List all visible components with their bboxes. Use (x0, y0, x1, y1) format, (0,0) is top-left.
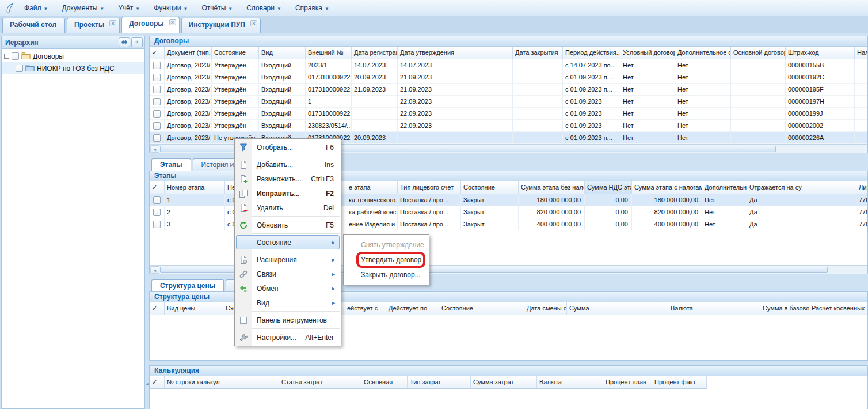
column-header-Лице[interactable]: Лице (856, 181, 868, 194)
menu-item-edit[interactable]: Исправить...F2 (235, 186, 341, 200)
column-header-Действует по[interactable]: Действует по (386, 302, 439, 315)
menubar-item-3[interactable]: Функции▼ (148, 2, 193, 14)
tab-Инструкции ПУП[interactable]: Инструкции ПУП× (181, 18, 261, 33)
column-header-Сумма НДС этапа[interactable]: Сумма НДС этапа (585, 181, 632, 194)
search-icon[interactable] (119, 37, 130, 47)
table-row[interactable]: Договор, 2023/...УтверждёнВходящий2023/1… (150, 59, 867, 71)
menu-item-filter[interactable]: Отобрать...F6 (235, 140, 341, 154)
row-checkbox[interactable] (153, 209, 161, 216)
menu-item-state[interactable]: Состояние► (235, 235, 341, 249)
column-header-Вид[interactable]: Вид (259, 47, 306, 59)
close-tab-icon[interactable]: × (109, 20, 116, 26)
column-header-Внешний №[interactable]: Внешний № (306, 47, 352, 59)
column-header-Отражается на су[interactable]: Отражается на су (747, 181, 856, 194)
tree-checkbox[interactable] (16, 65, 23, 72)
column-header-Основная[interactable]: Основная (361, 376, 408, 389)
column-header-Расчёт косвенных[interactable]: Расчёт косвенных (809, 302, 868, 315)
menu-item-settings[interactable]: Настройки...Alt+Enter (235, 330, 341, 344)
column-header-Состояние[interactable]: Состояние (212, 47, 259, 59)
column-header-Дата закрытия[interactable]: Дата закрытия (513, 47, 563, 59)
table-row[interactable]: Договор, 2023/...УтверждёнВходящий017310… (150, 71, 867, 84)
menubar-item-1[interactable]: Документы▼ (56, 2, 110, 14)
table-row[interactable]: Договор, 2023/...УтверждёнВходящий017310… (150, 84, 867, 96)
splitter-collapse-icon[interactable]: ◄ (145, 382, 149, 386)
column-header-Документ (тип, №[interactable]: Документ (тип, № (165, 47, 212, 59)
column-header-Процент план[interactable]: Процент план (603, 376, 652, 389)
row-checkbox[interactable] (153, 98, 161, 105)
column-header-Сумма этапа с налогами[interactable]: Сумма этапа с налогами (632, 181, 702, 194)
row-checkbox[interactable] (153, 221, 161, 228)
column-header-Нало[interactable]: Нало (855, 47, 868, 59)
column-header-Состояние[interactable]: Состояние (461, 181, 519, 194)
column-header-✓[interactable]: ✓ (150, 181, 165, 194)
tab-Проекты[interactable]: Проекты× (67, 18, 120, 33)
subtab-Этапы[interactable]: Этапы (151, 158, 191, 171)
panel-splitter[interactable]: ◄ (145, 33, 149, 409)
column-header-Сумма[interactable]: Сумма (567, 302, 668, 315)
column-header-Процент факт[interactable]: Процент факт (652, 376, 707, 389)
column-header-Состояние[interactable]: Состояние (439, 302, 524, 315)
tab-Договоры[interactable]: Договоры× (121, 17, 179, 33)
tree-node-contracts[interactable]: − Договоры (2, 50, 144, 62)
menubar-item-0[interactable]: Файл▼ (18, 2, 54, 14)
menu-item-delete[interactable]: УдалитьDel (235, 200, 341, 215)
column-header-✓[interactable]: ✓ (150, 302, 165, 315)
tree-node-niokr[interactable]: НИОКР по ГОЗ без НДС (2, 62, 144, 74)
row-checkbox[interactable] (153, 62, 161, 69)
menu-item-add[interactable]: Добавить...Ins (235, 157, 341, 172)
column-header-Сумма этапа без налогов[interactable]: Сумма этапа без налогов (519, 181, 585, 194)
column-header-№ строки калькул[interactable]: № строки калькул (165, 376, 279, 389)
close-tab-icon[interactable]: × (250, 20, 257, 26)
column-header-Сумма в базовой в[interactable]: Сумма в базовой в (760, 302, 809, 315)
menubar-item-5[interactable]: Словари▼ (241, 2, 287, 14)
table-row[interactable]: Договор, 2023/...УтверждёнВходящий122.09… (150, 96, 867, 108)
column-header-Вид цены[interactable]: Вид цены (165, 302, 223, 315)
column-header-Дата смены состоя[interactable]: Дата смены состоя (524, 302, 567, 315)
menu-item-links[interactable]: Связи► (235, 267, 341, 281)
collapse-node-icon[interactable]: − (4, 54, 9, 59)
column-header-Штрих-код[interactable]: Штрих-код (786, 47, 855, 59)
table-row[interactable]: Договор, 2023/...УтверждёнВходящий230823… (150, 120, 867, 132)
menu-item-extensions[interactable]: Расширения► (235, 252, 341, 267)
row-checkbox[interactable] (153, 196, 161, 204)
column-header-Дата утверждения[interactable]: Дата утверждения (398, 47, 513, 59)
column-header-Дополнительное с[interactable]: Дополнительное с (675, 47, 731, 59)
column-header-Статья затрат[interactable]: Статья затрат (279, 376, 361, 389)
scroll-left-icon[interactable]: ◄ (150, 266, 159, 274)
menubar-item-2[interactable]: Учёт▼ (112, 2, 146, 14)
menu-item-duplicate[interactable]: Размножить...Ctrl+F3 (235, 172, 341, 186)
column-header-Условный договор[interactable]: Условный договор (620, 47, 675, 59)
row-checkbox[interactable] (153, 74, 161, 81)
close-tab-icon[interactable]: × (169, 19, 176, 25)
subtab-Структура цены[interactable]: Структура цены (151, 279, 224, 291)
menu-item-refresh[interactable]: ОбновитьF5 (235, 218, 341, 232)
column-header-Номер этапа[interactable]: Номер этапа (165, 181, 225, 194)
column-header-Основной договор[interactable]: Основной договор (731, 47, 786, 59)
menubar-item-6[interactable]: Справка▼ (290, 2, 335, 14)
menu-item-view[interactable]: Вид► (235, 296, 341, 310)
row-checkbox[interactable] (153, 134, 161, 142)
menu-item-exchange[interactable]: Обмен► (235, 281, 341, 296)
column-header-Валюта[interactable]: Валюта (668, 302, 760, 315)
table-row[interactable]: Договор, 2023/...УтверждёнВходящий017310… (150, 108, 867, 120)
tree-checkbox[interactable] (12, 52, 19, 60)
menubar-item-4[interactable]: Отчёты▼ (196, 2, 238, 14)
collapse-panel-button[interactable]: « (131, 37, 143, 47)
column-header-Тип лицевого счёт[interactable]: Тип лицевого счёт (398, 181, 461, 194)
menu-item-toolbar-panel[interactable]: Панель инструментов (235, 313, 341, 327)
submenu-item-approve-contract[interactable]: Утвердить договор (344, 252, 429, 267)
tab-Рабочий стол[interactable]: Рабочий стол (2, 18, 65, 33)
row-checkbox[interactable] (153, 122, 161, 130)
column-header-Дополнительное с[interactable]: Дополнительное с (702, 181, 747, 194)
column-header-✓[interactable]: ✓ (150, 376, 165, 389)
column-header-Дата регистрации.[interactable]: Дата регистрации. (352, 47, 398, 59)
column-header-Тип затрат[interactable]: Тип затрат (408, 376, 471, 389)
column-header-Период действия..[interactable]: Период действия.. (563, 47, 620, 59)
row-checkbox[interactable] (153, 110, 161, 118)
column-header-✓[interactable]: ✓ (150, 47, 165, 59)
column-header-Сумма затрат[interactable]: Сумма затрат (471, 376, 537, 389)
scroll-left-icon[interactable]: ◄ (150, 145, 159, 153)
column-header-Валюта[interactable]: Валюта (537, 376, 603, 389)
submenu-item-close-contract[interactable]: Закрыть договор... (344, 267, 429, 282)
row-checkbox[interactable] (153, 86, 161, 93)
